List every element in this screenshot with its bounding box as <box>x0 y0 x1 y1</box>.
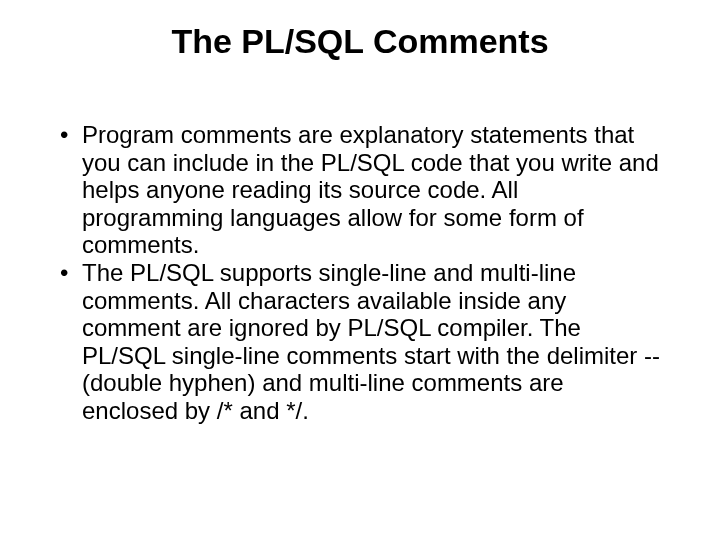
slide: The PL/SQL Comments Program comments are… <box>0 0 720 540</box>
list-item: Program comments are explanatory stateme… <box>60 121 660 259</box>
bullet-list: Program comments are explanatory stateme… <box>60 121 660 425</box>
list-item: The PL/SQL supports single-line and mult… <box>60 259 660 425</box>
slide-title: The PL/SQL Comments <box>60 22 660 61</box>
slide-body: Program comments are explanatory stateme… <box>60 121 660 425</box>
